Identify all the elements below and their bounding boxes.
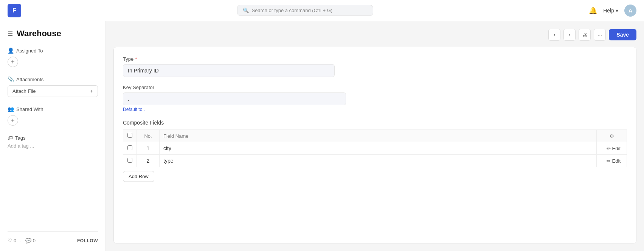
add-shared-button[interactable]: +: [8, 115, 18, 126]
next-button[interactable]: ›: [563, 29, 576, 41]
row-checkbox[interactable]: [127, 158, 132, 163]
help-label: Help: [603, 8, 614, 14]
row-edit-cell: ✏ Edit: [597, 142, 627, 155]
paperclip-icon: 📎: [8, 76, 14, 82]
person-icon: 👤: [8, 48, 14, 54]
tags-label: 🏷 Tags: [8, 135, 98, 141]
edit-button[interactable]: ✏ Edit: [601, 158, 621, 164]
header-checkbox-col: [123, 130, 137, 142]
composite-fields-section: Composite Fields No. Field Name ⚙: [123, 120, 627, 182]
add-assigned-button[interactable]: +: [8, 57, 18, 67]
row-no: 2: [137, 155, 160, 167]
avatar[interactable]: A: [624, 5, 636, 17]
separator-dot: ·: [20, 238, 22, 243]
assigned-to-section: 👤 Assigned To +: [8, 48, 98, 67]
row-no: 1: [137, 142, 160, 155]
edit-button[interactable]: ✏ Edit: [601, 146, 621, 151]
shared-with-section: 👥 Shared With +: [8, 106, 98, 126]
row-checkbox-cell: [123, 142, 137, 155]
help-button[interactable]: Help ▾: [603, 8, 618, 14]
add-tag-input[interactable]: Add a tag ...: [8, 143, 98, 149]
content-toolbar: ‹ › 🖨 ··· Save: [113, 29, 636, 41]
header-settings-col: ⚙: [597, 130, 627, 142]
search-bar[interactable]: 🔍 Search or type a command (Ctrl + G): [237, 5, 373, 16]
prev-button[interactable]: ‹: [548, 29, 560, 41]
menu-icon[interactable]: ☰: [8, 30, 13, 37]
settings-icon[interactable]: ⚙: [610, 133, 614, 139]
heart-icon: ♡: [8, 238, 12, 243]
row-checkbox[interactable]: [127, 145, 132, 150]
logo-button[interactable]: F: [8, 4, 21, 17]
key-separator-field-group: Key Separator . Default to .: [123, 85, 627, 112]
composite-fields-table: No. Field Name ⚙ 1 city ✏ Edit: [123, 129, 627, 167]
row-checkbox-cell: [123, 155, 137, 167]
header-no-col: No.: [137, 130, 160, 142]
assigned-to-label: 👤 Assigned To: [8, 48, 98, 54]
table-header-row: No. Field Name ⚙: [123, 130, 627, 142]
plus-icon: +: [90, 88, 93, 94]
save-button[interactable]: Save: [609, 29, 636, 40]
topbar-center: 🔍 Search or type a command (Ctrl + G): [21, 5, 589, 16]
main-layout: ☰ Warehouse 👤 Assigned To + 📎 Attachment…: [0, 21, 644, 251]
sidebar: ☰ Warehouse 👤 Assigned To + 📎 Attachment…: [0, 21, 106, 251]
row-field-name: type: [160, 155, 597, 167]
group-icon: 👥: [8, 106, 14, 112]
topbar-left: F: [8, 4, 21, 17]
composite-rows: 1 city ✏ Edit 2 type ✏ Edit: [123, 142, 627, 167]
like-count: 0: [14, 238, 16, 243]
add-row-button[interactable]: Add Row: [123, 171, 154, 182]
search-placeholder: Search or type a command (Ctrl + G): [252, 8, 333, 13]
type-field-group: Type * In Primary ID: [123, 56, 627, 77]
topbar: F 🔍 Search or type a command (Ctrl + G) …: [0, 0, 644, 21]
attachments-section: 📎 Attachments Attach File +: [8, 76, 98, 97]
shared-with-label: 👥 Shared With: [8, 106, 98, 112]
chevron-down-icon: ▾: [616, 8, 618, 14]
select-all-checkbox[interactable]: [127, 133, 132, 138]
row-edit-cell: ✏ Edit: [597, 155, 627, 167]
sidebar-footer: ♡ 0 · 💬 0 FOLLOW: [8, 231, 98, 243]
required-indicator: *: [135, 56, 137, 62]
bell-icon[interactable]: 🔔: [589, 6, 597, 15]
form-card: Type * In Primary ID Key Separator . Def…: [113, 47, 636, 243]
tags-section: 🏷 Tags Add a tag ...: [8, 135, 98, 149]
key-separator-label: Key Separator: [123, 85, 627, 90]
attachments-label: 📎 Attachments: [8, 76, 98, 82]
row-field-name: city: [160, 142, 597, 155]
tag-icon: 🏷: [8, 135, 13, 141]
table-row: 1 city ✏ Edit: [123, 142, 627, 155]
type-input[interactable]: In Primary ID: [123, 64, 335, 77]
follow-button[interactable]: FOLLOW: [77, 238, 98, 243]
comment-count: 0: [33, 238, 36, 243]
page-title: Warehouse: [17, 29, 61, 38]
comment-button[interactable]: 💬 0: [25, 238, 36, 243]
key-separator-input[interactable]: .: [123, 92, 346, 105]
page-header: ☰ Warehouse: [8, 29, 98, 38]
print-button[interactable]: 🖨: [579, 29, 591, 41]
composite-fields-title: Composite Fields: [123, 120, 627, 126]
header-field-name-col: Field Name: [160, 130, 597, 142]
topbar-right: 🔔 Help ▾ A: [589, 5, 636, 17]
attach-file-label: Attach File: [12, 88, 36, 94]
main-content: ‹ › 🖨 ··· Save Type * In Primary ID Key …: [106, 21, 644, 251]
type-label: Type *: [123, 56, 627, 62]
search-icon: 🔍: [243, 8, 249, 13]
table-row: 2 type ✏ Edit: [123, 155, 627, 167]
comment-icon: 💬: [25, 238, 31, 243]
like-button[interactable]: ♡ 0: [8, 238, 16, 243]
key-separator-hint: Default to .: [123, 107, 627, 112]
attach-file-button[interactable]: Attach File +: [8, 85, 98, 97]
more-options-button[interactable]: ···: [594, 29, 606, 41]
